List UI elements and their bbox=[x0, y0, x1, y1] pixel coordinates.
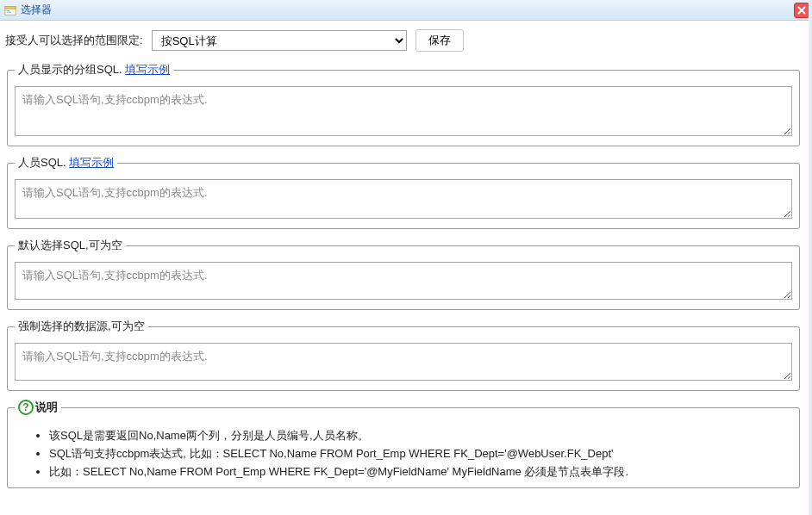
force-sql-fieldset: 强制选择的数据源,可为空 bbox=[7, 319, 800, 391]
help-icon: ? bbox=[18, 400, 34, 415]
close-button[interactable] bbox=[794, 3, 809, 18]
svg-rect-1 bbox=[5, 6, 16, 9]
force-sql-legend: 强制选择的数据源,可为空 bbox=[15, 319, 148, 334]
list-item: SQL语句支持ccbpm表达式, 比如：SELECT No,Name FROM … bbox=[49, 445, 792, 463]
content-area: 接受人可以选择的范围限定: 按SQL计算 保存 人员显示的分组SQL. 填写示例… bbox=[0, 21, 812, 515]
group-sql-input[interactable] bbox=[15, 86, 792, 136]
list-item: 该SQL是需要返回No,Name两个列，分别是人员编号,人员名称。 bbox=[49, 427, 792, 445]
group-sql-example-link[interactable]: 填写示例 bbox=[125, 63, 170, 76]
default-sql-fieldset: 默认选择SQL,可为空 bbox=[7, 238, 800, 310]
top-row: 接受人可以选择的范围限定: 按SQL计算 保存 bbox=[2, 28, 805, 60]
svg-rect-3 bbox=[7, 11, 11, 12]
titlebar: 选择器 bbox=[0, 0, 812, 21]
description-fieldset: ? 说明 该SQL是需要返回No,Name两个列，分别是人员编号,人员名称。 S… bbox=[7, 400, 800, 488]
description-legend: ? 说明 bbox=[15, 400, 61, 415]
scope-select[interactable]: 按SQL计算 bbox=[152, 30, 407, 51]
save-button[interactable]: 保存 bbox=[415, 29, 464, 52]
group-sql-legend: 人员显示的分组SQL. 填写示例 bbox=[15, 62, 173, 78]
group-sql-fieldset: 人员显示的分组SQL. 填写示例 bbox=[7, 62, 800, 146]
person-sql-example-link[interactable]: 填写示例 bbox=[69, 156, 114, 169]
scope-label: 接受人可以选择的范围限定: bbox=[5, 33, 143, 48]
person-sql-input[interactable] bbox=[15, 179, 792, 219]
window-border-right bbox=[809, 0, 812, 515]
app-icon bbox=[3, 3, 17, 17]
description-list: 该SQL是需要返回No,Name两个列，分别是人员编号,人员名称。 SQL语句支… bbox=[15, 427, 792, 481]
person-sql-legend: 人员SQL. 填写示例 bbox=[15, 155, 117, 171]
window-title: 选择器 bbox=[21, 3, 52, 17]
force-sql-input[interactable] bbox=[15, 343, 792, 381]
default-sql-input[interactable] bbox=[15, 262, 792, 300]
svg-rect-2 bbox=[7, 10, 10, 11]
default-sql-legend: 默认选择SQL,可为空 bbox=[15, 238, 126, 253]
person-sql-fieldset: 人员SQL. 填写示例 bbox=[7, 155, 800, 229]
list-item: 比如：SELECT No,Name FROM Port_Emp WHERE FK… bbox=[49, 463, 792, 481]
